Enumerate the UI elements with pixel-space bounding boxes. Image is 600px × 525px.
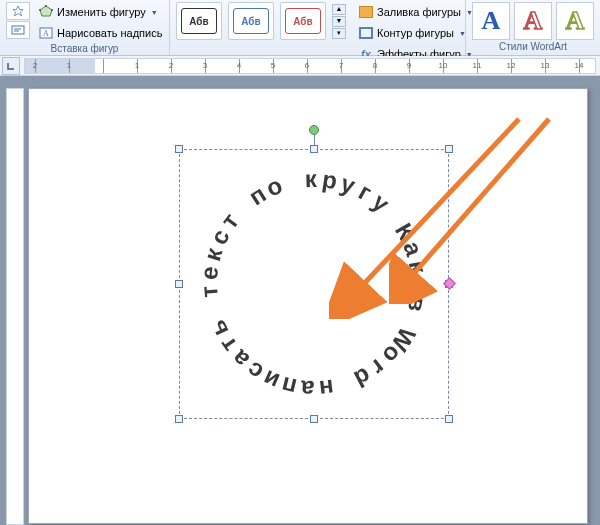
horizontal-ruler-bar: 211234567891011121314 [0, 56, 600, 76]
draw-textbox-button[interactable]: A Нарисовать надпись [34, 23, 166, 43]
circular-char: е [195, 265, 224, 281]
gallery-up-button[interactable]: ▲ [332, 4, 346, 15]
wordart-thumb-2[interactable]: A [514, 2, 552, 40]
gallery-down-button[interactable]: ▼ [332, 16, 346, 27]
rotation-handle[interactable] [309, 125, 319, 135]
resize-handle[interactable] [175, 145, 183, 153]
resize-handle[interactable] [175, 280, 183, 288]
document-area: Как в Word написать текст по кругу [0, 76, 600, 525]
shape-style-gallery: Абв Абв Абв ▲ ▼ ▾ [176, 2, 346, 40]
gallery-spinner: ▲ ▼ ▾ [332, 4, 346, 39]
svg-marker-4 [40, 6, 52, 16]
shape-outline-label: Контур фигуры [377, 27, 454, 39]
edit-shape-label: Изменить фигуру [57, 6, 146, 18]
pen-icon [358, 25, 374, 41]
circular-char: а [300, 374, 315, 403]
wordart-thumb-3[interactable]: A [556, 2, 594, 40]
svg-point-5 [39, 9, 41, 11]
shape-thumb[interactable] [6, 2, 30, 20]
vertical-ruler[interactable] [6, 88, 24, 525]
group-insert-shapes: Изменить фигуру ▼ A Нарисовать надпись В… [0, 0, 170, 55]
style-thumb-2[interactable]: Абв [228, 2, 274, 40]
ruler-label: 6 [305, 61, 309, 70]
shape-outline-button[interactable]: Контур фигуры ▼ [354, 23, 477, 43]
resize-handle[interactable] [445, 415, 453, 423]
chevron-down-icon: ▼ [151, 9, 158, 16]
ruler-label: 9 [407, 61, 411, 70]
ruler-label: 10 [439, 61, 448, 70]
textbox-shape-icon [11, 25, 25, 35]
style-thumb-3[interactable]: Абв [280, 2, 326, 40]
circular-char: к [304, 165, 317, 193]
star-icon [12, 5, 24, 17]
ruler-label: 14 [575, 61, 584, 70]
circular-text[interactable]: Как в Word написать текст по кругу [314, 284, 315, 285]
shape-fill-label: Заливка фигуры [377, 6, 461, 18]
ruler-label: 13 [541, 61, 550, 70]
ruler-label: 2 [169, 61, 173, 70]
edit-shape-button[interactable]: Изменить фигуру ▼ [34, 2, 166, 22]
ruler-label: 12 [507, 61, 516, 70]
style-thumb-label: Абв [181, 8, 217, 34]
group-wordart-styles: A A A Стили WordArt [466, 0, 600, 55]
textbox-icon: A [38, 25, 54, 41]
chevron-down-icon: ▼ [459, 30, 466, 37]
svg-rect-1 [12, 26, 24, 34]
gallery-more-button[interactable]: ▾ [332, 28, 346, 39]
svg-point-7 [51, 9, 53, 11]
wordart-textbox[interactable]: Как в Word написать текст по кругу [179, 149, 449, 419]
shape-fill-button[interactable]: Заливка фигуры ▼ [354, 2, 477, 22]
page[interactable]: Как в Word написать текст по кругу [28, 88, 588, 524]
ruler-label: 11 [473, 61, 482, 70]
wordart-gallery: A A A [472, 2, 594, 40]
resize-handle[interactable] [310, 415, 318, 423]
horizontal-ruler[interactable]: 211234567891011121314 [24, 58, 596, 74]
ruler-label: 2 [33, 61, 37, 70]
ruler-label: 7 [339, 61, 343, 70]
rotation-connector [314, 135, 315, 145]
resize-handle[interactable] [445, 145, 453, 153]
svg-marker-0 [13, 6, 23, 16]
ruler-label: 1 [135, 61, 139, 70]
shape-thumb[interactable] [6, 21, 30, 39]
draw-textbox-label: Нарисовать надпись [57, 27, 162, 39]
svg-text:A: A [43, 29, 49, 38]
svg-point-6 [45, 5, 47, 7]
group-shape-styles: Абв Абв Абв ▲ ▼ ▾ Заливка фигуры [170, 0, 466, 55]
ruler-label: 1 [67, 61, 71, 70]
ruler-label: 4 [237, 61, 241, 70]
ruler-label: 5 [271, 61, 275, 70]
tab-selector-button[interactable] [2, 57, 20, 75]
wordart-thumb-1[interactable]: A [472, 2, 510, 40]
edit-shape-icon [38, 4, 54, 20]
circular-char: т [195, 285, 224, 299]
style-thumb-label: Абв [285, 8, 321, 34]
ruler-label: 3 [203, 61, 207, 70]
group-label: Стили WordArt [499, 41, 567, 52]
ribbon: Изменить фигуру ▼ A Нарисовать надпись В… [0, 0, 600, 56]
resize-handle[interactable] [175, 415, 183, 423]
bucket-icon [358, 4, 374, 20]
resize-handle[interactable] [310, 145, 318, 153]
shapes-mini-gallery[interactable] [6, 2, 30, 39]
ruler-label: 8 [373, 61, 377, 70]
group-label: Вставка фигур [51, 43, 119, 54]
style-thumb-1[interactable]: Абв [176, 2, 222, 40]
style-thumb-label: Абв [233, 8, 269, 34]
